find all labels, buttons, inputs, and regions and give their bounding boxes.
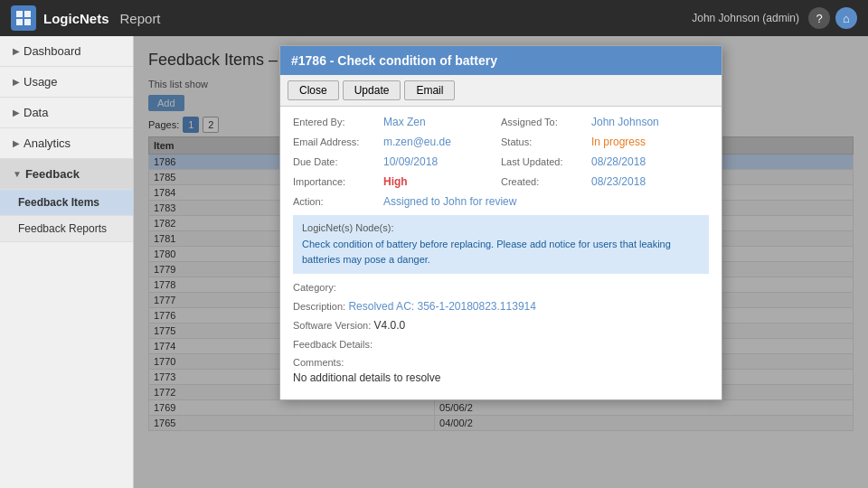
description-value: Resolved AC: 356-1-20180823.113914	[348, 300, 536, 313]
last-updated-label: Last Updated:	[501, 155, 591, 168]
svg-rect-3	[24, 19, 31, 25]
category-label: Category:	[293, 281, 336, 293]
sidebar-item-feedback-reports[interactable]: Feedback Reports	[0, 216, 133, 242]
col-created: Created: 08/23/2018	[501, 175, 709, 188]
action-value[interactable]: Assigned to John for review	[383, 195, 516, 208]
row-action: Action: Assigned to John for review	[293, 195, 709, 208]
feedback-details-section: Feedback Details:	[293, 338, 709, 351]
header-left: LogicNets Report	[11, 5, 161, 31]
chevron-right-icon: ▶	[13, 138, 20, 148]
status-label: Status:	[501, 136, 591, 148]
assigned-to-value[interactable]: John Johnson	[591, 116, 659, 128]
col-last-updated: Last Updated: 08/28/2018	[501, 155, 709, 168]
software-version-label: Software Version:	[293, 319, 371, 331]
nodes-box: LogicNet(s) Node(s): Check condition of …	[293, 215, 709, 274]
sidebar-item-label: Dashboard	[24, 44, 81, 58]
sidebar-item-label: Analytics	[24, 136, 71, 150]
due-date-value: 10/09/2018	[383, 155, 438, 168]
sidebar-item-analytics[interactable]: ▶ Analytics	[0, 128, 133, 159]
app-logo	[11, 5, 36, 31]
due-date-label: Due Date:	[293, 155, 383, 168]
user-info: John Johnson (admin)	[692, 12, 799, 24]
col-email: Email Address: m.zen@eu.de	[293, 136, 501, 148]
brand-name: LogicNets	[43, 11, 109, 26]
col-status: Status: In progress	[501, 136, 709, 148]
chevron-right-icon: ▶	[13, 77, 20, 87]
header-icons: ? ⌂	[808, 7, 857, 29]
feedback-details-label: Feedback Details:	[293, 338, 373, 350]
col-importance: Importance: High	[293, 175, 501, 188]
col-due-date: Due Date: 10/09/2018	[293, 155, 501, 168]
chevron-right-icon: ▶	[13, 108, 20, 117]
row-email-status: Email Address: m.zen@eu.de Status: In pr…	[293, 136, 709, 148]
software-version-section: Software Version: V4.0.0	[293, 319, 709, 332]
sidebar-item-dashboard[interactable]: ▶ Dashboard	[0, 36, 133, 67]
email-value[interactable]: m.zen@eu.de	[383, 136, 451, 148]
description-label: Description:	[293, 300, 345, 312]
sidebar: ▶ Dashboard ▶ Usage ▶ Data ▶ Analytics ▼…	[0, 36, 134, 488]
entered-by-label: Entered By:	[293, 116, 383, 128]
sidebar-item-label: Data	[24, 106, 48, 119]
importance-label: Importance:	[293, 175, 383, 188]
email-label: Email Address:	[293, 136, 383, 148]
created-label: Created:	[501, 175, 591, 188]
svg-rect-2	[16, 19, 23, 25]
category-section: Category:	[293, 281, 709, 294]
sidebar-submenu-feedback: Feedback Items Feedback Reports	[0, 190, 133, 242]
assigned-to-label: Assigned To:	[501, 116, 591, 128]
col-action: Action: Assigned to John for review	[293, 195, 709, 208]
app-header: LogicNets Report John Johnson (admin) ? …	[0, 0, 868, 36]
modal-toolbar: Close Update Email	[280, 75, 722, 107]
update-button[interactable]: Update	[343, 80, 401, 100]
header-right: John Johnson (admin) ? ⌂	[692, 7, 857, 29]
main-content: Feedback Items – Car Issues This list sh…	[134, 36, 868, 488]
email-button[interactable]: Email	[404, 80, 455, 100]
row-importance-created: Importance: High Created: 08/23/2018	[293, 175, 709, 188]
action-label: Action:	[293, 195, 383, 208]
comments-label: Comments:	[293, 357, 709, 368]
description-section: Description: Resolved AC: 356-1-20180823…	[293, 300, 709, 313]
row-due-updated: Due Date: 10/09/2018 Last Updated: 08/28…	[293, 155, 709, 168]
importance-value: High	[383, 175, 408, 188]
sidebar-item-label: Feedback	[25, 167, 80, 181]
sidebar-item-label: Usage	[24, 75, 58, 89]
comments-value: No additional details to resolve	[293, 371, 709, 384]
svg-rect-1	[24, 11, 31, 17]
modal-body: Entered By: Max Zen Assigned To: John Jo…	[280, 107, 722, 399]
header-section: Report	[120, 11, 161, 26]
col-entered-by: Entered By: Max Zen	[293, 116, 501, 128]
last-updated-value: 08/28/2018	[591, 155, 646, 168]
software-version-value: V4.0.0	[374, 319, 406, 332]
nodes-text: Check condition of battery before replac…	[302, 237, 700, 267]
svg-rect-0	[16, 11, 23, 17]
chevron-down-icon: ▼	[13, 169, 22, 179]
chevron-right-icon: ▶	[13, 46, 20, 56]
sidebar-item-feedback-items[interactable]: Feedback Items	[0, 190, 133, 216]
modal-title: #1786 - Check condition of battery	[280, 46, 722, 75]
nodes-label: LogicNet(s) Node(s):	[302, 222, 700, 233]
close-button[interactable]: Close	[288, 80, 339, 100]
sidebar-item-feedback[interactable]: ▼ Feedback	[0, 159, 133, 190]
modal-overlay: #1786 - Check condition of battery Close…	[134, 36, 868, 488]
status-value: In progress	[591, 136, 646, 148]
comments-section: Comments: No additional details to resol…	[293, 357, 709, 384]
help-icon[interactable]: ?	[808, 7, 830, 29]
entered-by-value[interactable]: Max Zen	[383, 116, 426, 128]
sidebar-item-data[interactable]: ▶ Data	[0, 98, 133, 128]
sidebar-item-usage[interactable]: ▶ Usage	[0, 67, 133, 98]
home-icon[interactable]: ⌂	[835, 7, 857, 29]
created-value: 08/23/2018	[591, 175, 646, 188]
main-layout: ▶ Dashboard ▶ Usage ▶ Data ▶ Analytics ▼…	[0, 36, 868, 488]
feedback-detail-modal: #1786 - Check condition of battery Close…	[279, 45, 722, 400]
row-entered-assigned: Entered By: Max Zen Assigned To: John Jo…	[293, 116, 709, 128]
col-assigned-to: Assigned To: John Johnson	[501, 116, 709, 128]
